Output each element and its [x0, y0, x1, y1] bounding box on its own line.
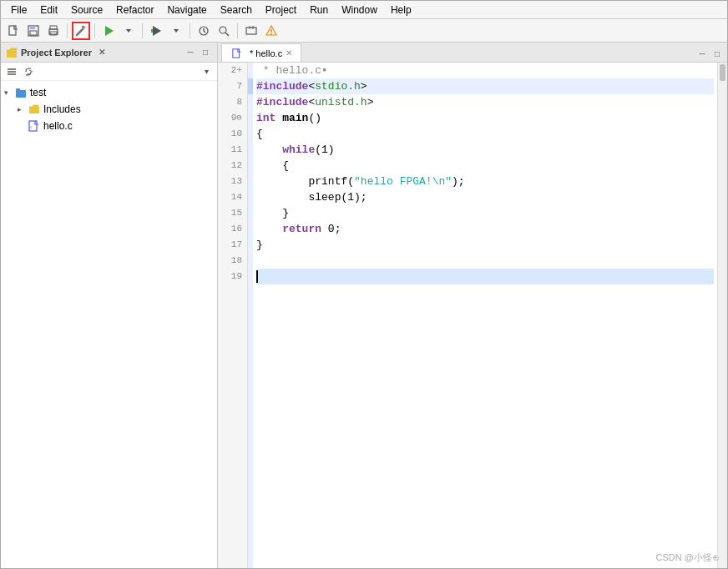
line8-dir: #include [256, 94, 308, 110]
editor-area: * hello.c ✕ ─ □ 2+ 7 8 9⊖ 10 11 12 13 14… [218, 43, 727, 569]
menu-run[interactable]: Run [303, 3, 335, 18]
code-editor[interactable]: 2+ 7 8 9⊖ 10 11 12 13 14 15 16 17 18 19 [218, 63, 727, 569]
line9-kw: int [256, 110, 282, 126]
line7-close: > [361, 78, 367, 94]
line13-str: "hello FPGA!\n" [354, 174, 452, 189]
folder-icon [6, 47, 18, 58]
menu-edit[interactable]: Edit [33, 3, 64, 18]
line19-cursor [256, 270, 258, 283]
svg-text:c: c [30, 124, 33, 129]
panel-close-x[interactable]: ✕ [99, 48, 105, 57]
line14-indent [256, 189, 308, 205]
line7-open: < [308, 78, 315, 94]
tree-item-includes[interactable]: ▸ Includes [1, 101, 217, 118]
menu-search[interactable]: Search [214, 3, 259, 18]
svg-rect-36 [233, 48, 240, 57]
line15-brace: } [256, 205, 289, 221]
line17-brace: } [256, 237, 263, 253]
svg-rect-19 [246, 28, 256, 34]
view-menu-button[interactable]: ▾ [199, 64, 214, 79]
code-line-7: #include<stdio.h> [256, 78, 714, 94]
svg-line-29 [29, 70, 33, 72]
tree-item-test-label: test [30, 87, 46, 98]
line-num-2: 2+ [223, 63, 242, 78]
menu-help[interactable]: Help [384, 3, 418, 18]
run-button[interactable] [99, 22, 118, 40]
link-editor-button[interactable] [21, 64, 36, 79]
line16-val: 0; [321, 221, 341, 237]
toolbar-btn-5[interactable] [195, 22, 213, 40]
code-line-14: sleep(1); [256, 189, 714, 205]
code-line-2: * hello.c▪ [256, 63, 714, 78]
line-num-10: 10 [223, 126, 242, 142]
menu-source[interactable]: Source [64, 3, 109, 18]
watermark: CSDN @小怪⊕ [656, 551, 720, 564]
menu-refactor[interactable]: Refactor [109, 3, 160, 18]
line13-indent [256, 174, 308, 189]
debug-dropdown[interactable] [167, 22, 185, 40]
line14-fn: sleep(1); [308, 189, 367, 205]
c-file-icon: c [28, 119, 41, 133]
editor-minimize-button[interactable]: ─ [695, 47, 709, 60]
line13-fn: printf( [308, 174, 354, 189]
editor-scrollbar[interactable] [717, 63, 727, 569]
code-content[interactable]: * hello.c▪ #include<stdio.h> #include<un… [253, 63, 717, 569]
scrollbar-thumb[interactable] [720, 64, 725, 81]
print-button[interactable] [44, 22, 63, 40]
svg-rect-31 [16, 90, 26, 98]
toolbar-sep-2 [94, 23, 95, 38]
line11-paren: (1) [315, 142, 334, 158]
new-button[interactable] [4, 22, 23, 40]
debug-button[interactable] [147, 22, 165, 40]
tree-item-test[interactable]: ▾ test [1, 84, 217, 101]
code-line-16: return 0; [256, 221, 714, 237]
svg-rect-0 [9, 26, 16, 35]
toolbar-sep-3 [142, 23, 143, 38]
svg-line-16 [204, 31, 205, 33]
tree-item-hello-c[interactable]: ▸ c hello.c [1, 118, 217, 134]
editor-tab-hello-c[interactable]: * hello.c ✕ [221, 43, 301, 62]
tab-close-button[interactable]: ✕ [286, 48, 292, 58]
line-num-15: 15 [223, 205, 242, 221]
svg-marker-13 [174, 29, 179, 33]
code-line-8: #include<unistd.h> [256, 94, 714, 110]
menu-window[interactable]: Window [335, 3, 384, 18]
minimize-panel-button[interactable]: ─ [184, 46, 197, 59]
code-line-11: while(1) [256, 142, 714, 158]
code-line-15: } [256, 205, 714, 221]
project-explorer-header: Project Explorer ✕ ─ □ [1, 43, 217, 63]
line-num-11: 11 [223, 142, 242, 158]
toolbar-btn-6[interactable] [215, 22, 233, 40]
svg-point-24 [270, 33, 272, 35]
svg-rect-2 [30, 26, 35, 29]
editor-controls: ─ □ [695, 47, 724, 62]
code-line-18 [256, 253, 714, 269]
line16-kw: return [282, 221, 321, 237]
code-line-13: printf("hello FPGA!\n"); [256, 174, 714, 189]
line11-kw: while [282, 142, 315, 158]
line10-brace: { [256, 126, 263, 142]
toolbar-btn-8[interactable] [262, 22, 281, 40]
menu-project[interactable]: Project [259, 3, 303, 18]
svg-rect-25 [7, 50, 17, 58]
menu-file[interactable]: File [4, 3, 33, 18]
menu-navigate[interactable]: Navigate [160, 3, 213, 18]
svg-point-17 [220, 27, 226, 33]
svg-rect-33 [29, 107, 39, 113]
line-num-7: 7 [223, 78, 242, 94]
line7-hdr: stdio.h [315, 78, 361, 94]
collapse-all-button[interactable] [4, 64, 19, 79]
editor-maximize-button[interactable]: □ [710, 47, 724, 60]
maximize-panel-button[interactable]: □ [199, 46, 212, 59]
save-button[interactable] [24, 22, 43, 40]
run-dropdown[interactable] [119, 22, 138, 40]
line9-paren: () [308, 110, 321, 126]
tree-arrow-test: ▾ [4, 88, 14, 97]
toolbar-btn-7[interactable] [242, 22, 260, 40]
code-line-19[interactable] [256, 269, 714, 284]
menu-bar: File Edit Source Refactor Navigate Searc… [1, 1, 727, 19]
build-button[interactable] [72, 22, 90, 40]
code-line-17: } [256, 237, 714, 253]
toolbar-sep-4 [190, 23, 190, 38]
line-num-12: 12 [223, 158, 242, 174]
